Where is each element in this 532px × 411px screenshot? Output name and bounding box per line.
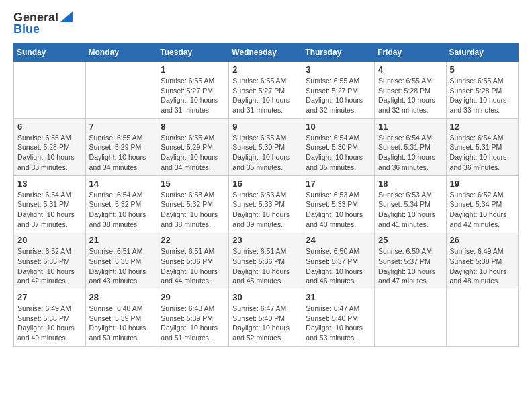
- calendar-cell: 1Sunrise: 6:55 AM Sunset: 5:27 PM Daylig…: [157, 62, 229, 119]
- day-number: 26: [450, 235, 515, 245]
- day-info: Sunrise: 6:53 AM Sunset: 5:33 PM Dayligh…: [232, 190, 298, 230]
- calendar-cell: 12Sunrise: 6:54 AM Sunset: 5:31 PM Dayli…: [446, 118, 518, 175]
- day-info: Sunrise: 6:48 AM Sunset: 5:39 PM Dayligh…: [89, 304, 154, 343]
- calendar-week-3: 13Sunrise: 6:54 AM Sunset: 5:31 PM Dayli…: [14, 175, 519, 232]
- calendar-cell: 15Sunrise: 6:53 AM Sunset: 5:32 PM Dayli…: [157, 175, 229, 232]
- day-number: 14: [89, 179, 154, 189]
- weekday-header-sunday: Sunday: [14, 44, 86, 62]
- calendar-cell: 7Sunrise: 6:55 AM Sunset: 5:29 PM Daylig…: [85, 118, 157, 175]
- day-number: 18: [378, 179, 443, 189]
- calendar-cell: 19Sunrise: 6:52 AM Sunset: 5:34 PM Dayli…: [446, 175, 518, 232]
- day-info: Sunrise: 6:54 AM Sunset: 5:31 PM Dayligh…: [378, 133, 443, 173]
- day-info: Sunrise: 6:51 AM Sunset: 5:35 PM Dayligh…: [89, 246, 154, 286]
- calendar-cell: 31Sunrise: 6:47 AM Sunset: 5:40 PM Dayli…: [302, 289, 375, 347]
- day-info: Sunrise: 6:52 AM Sunset: 5:34 PM Dayligh…: [450, 190, 515, 230]
- day-number: 20: [17, 235, 82, 245]
- day-number: 2: [232, 64, 298, 75]
- calendar-cell: 26Sunrise: 6:49 AM Sunset: 5:38 PM Dayli…: [446, 232, 518, 289]
- day-number: 29: [161, 292, 225, 302]
- day-number: 28: [89, 292, 154, 302]
- day-number: 31: [306, 292, 371, 302]
- calendar-cell: 11Sunrise: 6:54 AM Sunset: 5:31 PM Dayli…: [375, 118, 447, 175]
- calendar-cell: 22Sunrise: 6:51 AM Sunset: 5:36 PM Dayli…: [157, 232, 229, 289]
- day-number: 10: [306, 122, 371, 132]
- weekday-header-monday: Monday: [85, 44, 157, 62]
- calendar-cell: 13Sunrise: 6:54 AM Sunset: 5:31 PM Dayli…: [14, 175, 86, 232]
- day-info: Sunrise: 6:47 AM Sunset: 5:40 PM Dayligh…: [232, 304, 298, 343]
- calendar-cell: [85, 62, 157, 119]
- weekday-header-wednesday: Wednesday: [229, 44, 302, 62]
- day-info: Sunrise: 6:55 AM Sunset: 5:29 PM Dayligh…: [161, 133, 225, 173]
- weekday-header-thursday: Thursday: [302, 44, 375, 62]
- day-info: Sunrise: 6:53 AM Sunset: 5:32 PM Dayligh…: [161, 190, 225, 230]
- calendar-header: SundayMondayTuesdayWednesdayThursdayFrid…: [14, 44, 519, 62]
- calendar-cell: 25Sunrise: 6:50 AM Sunset: 5:37 PM Dayli…: [375, 232, 447, 289]
- day-number: 30: [232, 292, 298, 302]
- day-number: 3: [306, 64, 371, 75]
- calendar-week-2: 6Sunrise: 6:55 AM Sunset: 5:28 PM Daylig…: [14, 118, 519, 175]
- day-number: 4: [378, 64, 443, 75]
- day-info: Sunrise: 6:52 AM Sunset: 5:35 PM Dayligh…: [17, 246, 82, 286]
- day-number: 22: [161, 235, 225, 245]
- logo: General Blue: [13, 11, 73, 36]
- day-info: Sunrise: 6:49 AM Sunset: 5:38 PM Dayligh…: [17, 304, 82, 343]
- day-info: Sunrise: 6:55 AM Sunset: 5:27 PM Dayligh…: [232, 76, 298, 116]
- day-info: Sunrise: 6:53 AM Sunset: 5:34 PM Dayligh…: [378, 190, 443, 230]
- day-number: 15: [161, 179, 225, 189]
- day-number: 8: [161, 122, 225, 132]
- day-number: 25: [378, 235, 443, 245]
- day-number: 7: [89, 122, 154, 132]
- calendar-cell: 17Sunrise: 6:53 AM Sunset: 5:33 PM Dayli…: [302, 175, 375, 232]
- calendar-cell: 30Sunrise: 6:47 AM Sunset: 5:40 PM Dayli…: [229, 289, 302, 347]
- day-info: Sunrise: 6:49 AM Sunset: 5:38 PM Dayligh…: [450, 246, 515, 286]
- svg-marker-0: [60, 11, 73, 22]
- weekday-header-friday: Friday: [375, 44, 447, 62]
- calendar-cell: 6Sunrise: 6:55 AM Sunset: 5:28 PM Daylig…: [14, 118, 86, 175]
- day-number: 6: [17, 122, 82, 132]
- day-info: Sunrise: 6:51 AM Sunset: 5:36 PM Dayligh…: [232, 246, 298, 286]
- calendar-cell: 21Sunrise: 6:51 AM Sunset: 5:35 PM Dayli…: [85, 232, 157, 289]
- calendar-cell: 10Sunrise: 6:54 AM Sunset: 5:30 PM Dayli…: [302, 118, 375, 175]
- calendar-table: SundayMondayTuesdayWednesdayThursdayFrid…: [13, 43, 519, 347]
- calendar-cell: 27Sunrise: 6:49 AM Sunset: 5:38 PM Dayli…: [14, 289, 86, 347]
- day-number: 21: [89, 235, 154, 245]
- day-number: 13: [17, 179, 82, 189]
- day-number: 12: [450, 122, 515, 132]
- day-info: Sunrise: 6:54 AM Sunset: 5:31 PM Dayligh…: [450, 133, 515, 173]
- calendar-cell: 20Sunrise: 6:52 AM Sunset: 5:35 PM Dayli…: [14, 232, 86, 289]
- day-info: Sunrise: 6:55 AM Sunset: 5:28 PM Dayligh…: [17, 133, 82, 173]
- day-info: Sunrise: 6:48 AM Sunset: 5:39 PM Dayligh…: [161, 304, 225, 343]
- day-info: Sunrise: 6:50 AM Sunset: 5:37 PM Dayligh…: [378, 246, 443, 286]
- calendar-cell: 2Sunrise: 6:55 AM Sunset: 5:27 PM Daylig…: [229, 62, 302, 119]
- calendar-cell: 23Sunrise: 6:51 AM Sunset: 5:36 PM Dayli…: [229, 232, 302, 289]
- weekday-header-tuesday: Tuesday: [157, 44, 229, 62]
- day-info: Sunrise: 6:55 AM Sunset: 5:28 PM Dayligh…: [378, 76, 443, 116]
- calendar-cell: 29Sunrise: 6:48 AM Sunset: 5:39 PM Dayli…: [157, 289, 229, 347]
- day-number: 27: [17, 292, 82, 302]
- calendar-cell: 8Sunrise: 6:55 AM Sunset: 5:29 PM Daylig…: [157, 118, 229, 175]
- day-number: 1: [161, 64, 225, 75]
- day-number: 5: [450, 64, 515, 75]
- calendar-cell: 4Sunrise: 6:55 AM Sunset: 5:28 PM Daylig…: [375, 62, 447, 119]
- calendar-cell: 28Sunrise: 6:48 AM Sunset: 5:39 PM Dayli…: [85, 289, 157, 347]
- day-info: Sunrise: 6:51 AM Sunset: 5:36 PM Dayligh…: [161, 246, 225, 286]
- day-info: Sunrise: 6:50 AM Sunset: 5:37 PM Dayligh…: [306, 246, 371, 286]
- calendar-cell: 24Sunrise: 6:50 AM Sunset: 5:37 PM Dayli…: [302, 232, 375, 289]
- day-info: Sunrise: 6:55 AM Sunset: 5:27 PM Dayligh…: [306, 76, 371, 116]
- calendar-cell: [14, 62, 86, 119]
- page-header: General Blue: [13, 11, 519, 36]
- day-info: Sunrise: 6:55 AM Sunset: 5:30 PM Dayligh…: [232, 133, 298, 173]
- calendar-body: 1Sunrise: 6:55 AM Sunset: 5:27 PM Daylig…: [14, 62, 519, 347]
- day-number: 16: [232, 179, 298, 189]
- logo-triangle-icon: [60, 11, 73, 22]
- day-number: 19: [450, 179, 515, 189]
- calendar-cell: [446, 289, 518, 347]
- day-info: Sunrise: 6:55 AM Sunset: 5:27 PM Dayligh…: [161, 76, 225, 116]
- day-number: 9: [232, 122, 298, 132]
- calendar-cell: 14Sunrise: 6:54 AM Sunset: 5:32 PM Dayli…: [85, 175, 157, 232]
- calendar-week-1: 1Sunrise: 6:55 AM Sunset: 5:27 PM Daylig…: [14, 62, 519, 119]
- calendar-week-4: 20Sunrise: 6:52 AM Sunset: 5:35 PM Dayli…: [14, 232, 519, 289]
- calendar-cell: 9Sunrise: 6:55 AM Sunset: 5:30 PM Daylig…: [229, 118, 302, 175]
- day-info: Sunrise: 6:55 AM Sunset: 5:28 PM Dayligh…: [450, 76, 515, 116]
- calendar-cell: 16Sunrise: 6:53 AM Sunset: 5:33 PM Dayli…: [229, 175, 302, 232]
